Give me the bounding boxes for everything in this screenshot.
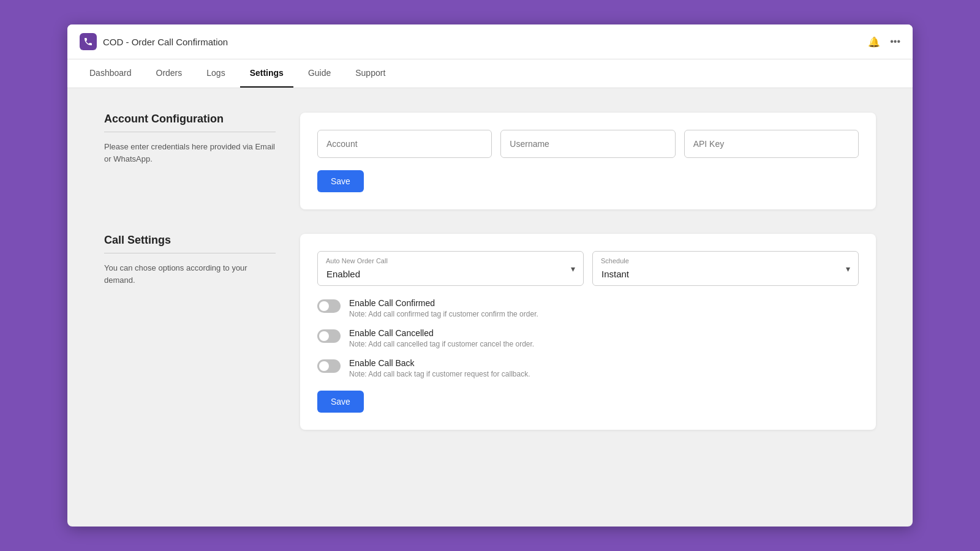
username-input[interactable] [500,130,675,158]
schedule-label: Schedule [601,257,629,264]
more-options-icon[interactable]: ••• [890,36,900,47]
api-key-input[interactable] [684,130,859,158]
call-cancelled-toggle[interactable] [317,329,341,343]
call-confirmed-title: Enable Call Confirmed [349,298,538,308]
nav-item-orders[interactable]: Orders [146,59,192,88]
account-section-divider [104,132,276,132]
bell-icon[interactable]: 🔔 [868,36,880,48]
call-section-card: Auto New Order Call Enabled Disabled ▾ S… [300,234,876,430]
call-section-divider [104,253,276,253]
app-icon [80,33,97,50]
call-back-info: Enable Call Back Note: Add call back tag… [349,358,530,378]
account-section-desc: Please enter credentials here provided v… [104,141,276,165]
auto-order-call-select[interactable]: Enabled Disabled [317,251,584,286]
nav-item-support[interactable]: Support [345,59,395,88]
nav-item-guide[interactable]: Guide [298,59,341,88]
call-cancelled-note: Note: Add call cancelled tag if customer… [349,340,534,348]
account-input[interactable] [317,130,492,158]
title-bar-left: COD - Order Call Confirmation [80,33,228,50]
app-title: COD - Order Call Confirmation [103,37,228,47]
call-cancelled-info: Enable Call Cancelled Note: Add call can… [349,328,534,348]
nav-item-settings[interactable]: Settings [240,59,293,88]
call-confirmed-row: Enable Call Confirmed Note: Add call con… [317,298,859,318]
auto-order-call-wrap: Auto New Order Call Enabled Disabled ▾ [317,251,584,286]
account-save-button[interactable]: Save [317,170,364,192]
call-section-title: Call Settings [104,234,276,247]
call-back-title: Enable Call Back [349,358,530,368]
call-back-note: Note: Add call back tag if customer requ… [349,370,530,378]
account-section-title: Account Configuration [104,113,276,126]
toggles-section: Enable Call Confirmed Note: Add call con… [317,298,859,378]
call-back-toggle[interactable] [317,359,341,373]
call-back-slider [317,359,341,373]
nav-item-logs[interactable]: Logs [197,59,235,88]
account-section-card: Save [300,113,876,209]
call-confirmed-slider [317,299,341,313]
call-confirmed-note: Note: Add call confirmed tag if customer… [349,310,538,318]
nav-item-dashboard[interactable]: Dashboard [80,59,141,88]
account-section-left: Account Configuration Please enter crede… [104,113,276,209]
call-back-row: Enable Call Back Note: Add call back tag… [317,358,859,378]
nav-bar: Dashboard Orders Logs Settings Guide Sup… [67,59,913,88]
call-cancelled-title: Enable Call Cancelled [349,328,534,338]
call-dropdown-row: Auto New Order Call Enabled Disabled ▾ S… [317,251,859,286]
schedule-wrap: Schedule Instant Delayed ▾ [592,251,859,286]
auto-order-call-label: Auto New Order Call [326,257,388,264]
title-bar: COD - Order Call Confirmation 🔔 ••• [67,24,913,59]
app-window: COD - Order Call Confirmation 🔔 ••• Dash… [67,24,913,527]
main-content: Account Configuration Please enter crede… [67,88,913,479]
schedule-select[interactable]: Instant Delayed [592,251,859,286]
call-section-desc: You can chose options according to your … [104,262,276,286]
call-cancelled-row: Enable Call Cancelled Note: Add call can… [317,328,859,348]
call-confirmed-info: Enable Call Confirmed Note: Add call con… [349,298,538,318]
title-bar-actions: 🔔 ••• [868,36,900,48]
call-cancelled-slider [317,329,341,343]
call-save-button[interactable]: Save [317,391,364,413]
call-settings-section: Call Settings You can chose options acco… [104,234,876,430]
call-confirmed-toggle[interactable] [317,299,341,313]
account-input-row [317,130,859,158]
call-section-left: Call Settings You can chose options acco… [104,234,276,430]
account-section: Account Configuration Please enter crede… [104,113,876,209]
